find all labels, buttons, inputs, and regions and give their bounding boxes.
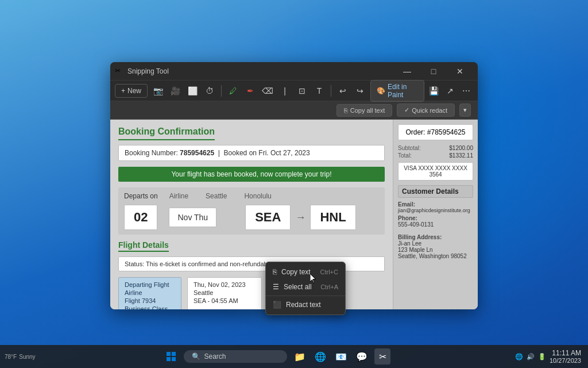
volume-icon: 🔊: [527, 353, 535, 361]
booking-title: Booking Confirmation: [118, 126, 215, 140]
timer-icon[interactable]: ⏱: [202, 83, 218, 99]
departing-city: Seattle: [194, 289, 256, 296]
more-icon[interactable]: ⋯: [459, 83, 473, 99]
save-icon[interactable]: 💾: [427, 83, 440, 99]
total-label: Total:: [398, 152, 412, 159]
context-redact-text[interactable]: ⬛ Redact text: [266, 297, 345, 312]
divider2: [331, 85, 331, 97]
phone-label: Phone:: [398, 215, 417, 221]
booking-number-label: Booking Number:: [125, 149, 178, 157]
highlighter-icon[interactable]: 🖊: [225, 83, 241, 99]
window-icon[interactable]: ⬜: [184, 83, 200, 99]
card-info: VISA XXXX XXXX XXXX 3564: [398, 162, 473, 181]
billing-label: Billing Address:: [398, 234, 473, 240]
taskbar-app-edge[interactable]: 🌐: [312, 348, 328, 365]
minimize-button[interactable]: —: [394, 62, 420, 80]
video-icon[interactable]: 🎥: [167, 83, 183, 99]
departs-header: Departs on Airline Seattle Honolulu: [124, 192, 379, 200]
window-title: Snipping Tool: [127, 67, 390, 75]
total-value: $1332.11: [449, 152, 473, 159]
redact-text-label: Redact text: [286, 301, 321, 309]
network-icon: 🌐: [515, 353, 523, 361]
start-button[interactable]: [163, 348, 179, 365]
taskbar-right: 🌐 🔊 🔋 11:11 AM 10/27/2023: [508, 349, 588, 364]
customer-details-label: Customer Details: [398, 185, 473, 198]
check-icon: ✓: [404, 106, 409, 114]
line-icon[interactable]: |: [277, 83, 293, 99]
maximize-button[interactable]: □: [420, 62, 447, 80]
flight-number: Flight 7934: [125, 297, 175, 304]
billing-street: 123 Maple Ln: [398, 247, 473, 253]
weather-label: Sunny: [19, 354, 35, 360]
route-box: SEA → HNL: [245, 205, 355, 230]
email-label: Email:: [398, 201, 415, 208]
toolbar-right: 🎨 Edit in Paint 💾 ↗ ⋯: [370, 80, 473, 102]
billing-address-row: Billing Address: Ji-an Lee 123 Maple Ln …: [398, 234, 473, 259]
main-content: Booking Confirmation Booking Number: 785…: [110, 120, 393, 309]
customer-email-row: Email: jian@graphicdesigninstitute.org: [398, 201, 473, 213]
close-button[interactable]: ✕: [447, 62, 473, 80]
taskbar-app-mail[interactable]: 📧: [333, 348, 349, 365]
taskbar-left: 78°F Sunny: [0, 354, 46, 360]
customer-phone-row: Phone: 555-409-0131: [398, 215, 473, 228]
order-box: Order: #785954625: [398, 124, 473, 140]
context-select-all[interactable]: ☰ Select all Ctrl+A: [266, 279, 345, 294]
undo-icon[interactable]: ↩: [335, 83, 351, 99]
window-controls: — □ ✕: [394, 62, 473, 80]
share-icon[interactable]: ↗: [443, 83, 457, 99]
divider: [221, 85, 222, 97]
departing-date: Thu, Nov 02, 2023: [194, 281, 256, 288]
edit-paint-button[interactable]: 🎨 Edit in Paint: [370, 80, 424, 102]
context-copy-text[interactable]: ⎘ Copy text Ctrl+C: [266, 264, 345, 279]
flight-info-col: Departing Flight Airline Flight 7934 Bus…: [118, 277, 181, 309]
svg-rect-0: [167, 352, 171, 356]
taskbar-clock: 11:11 AM 10/27/2023: [550, 349, 581, 364]
title-bar: ✂ Snipping Tool — □ ✕: [110, 62, 478, 80]
photo-icon[interactable]: 📷: [150, 83, 166, 99]
copy-icon: ⎘: [344, 107, 348, 114]
copy-all-text-button[interactable]: ⎘ Copy all text: [336, 104, 393, 117]
booking-number-value: 785954625: [180, 149, 214, 157]
quick-redact-button[interactable]: ✓ Quick redact: [397, 103, 455, 117]
subtotal-label: Subtotal:: [398, 145, 420, 151]
departs-cities: Airline Seattle Honolulu: [169, 192, 272, 200]
taskbar-app-explorer[interactable]: 📁: [292, 348, 308, 365]
copy-all-label: Copy all text: [350, 107, 385, 114]
copy-text-icon: ⎘: [273, 268, 277, 276]
billing-city: Seattle, Washington 98052: [398, 253, 473, 259]
action-bar: ⎘ Copy all text ✓ Quick redact ▾: [110, 101, 478, 120]
taskbar-search[interactable]: 🔍 Search: [184, 350, 287, 363]
eraser-icon[interactable]: ⌫: [260, 83, 276, 99]
seattle-header: Seattle: [206, 192, 227, 200]
billing-name: Ji-an Lee: [398, 240, 473, 247]
order-number: #785954625: [427, 128, 466, 136]
redact-dropdown-button[interactable]: ▾: [459, 103, 471, 117]
pen-icon[interactable]: ✒: [242, 83, 258, 99]
context-separator: [266, 296, 345, 296]
new-capture-button[interactable]: + New: [115, 84, 148, 98]
toolbar-icons: 📷 🎥 ⬜ ⏱ 🖊 ✒ ⌫ | ⊡ T ↩ ↪: [150, 83, 368, 99]
crop-icon[interactable]: ⊡: [294, 83, 310, 99]
weather-temp: 78°F: [5, 354, 17, 360]
redo-icon[interactable]: ↪: [352, 83, 368, 99]
departing-route: SEA - 04:55 AM: [194, 297, 256, 304]
booking-number-bar: Booking Number: 785954625 | Booked on Fr…: [118, 145, 385, 161]
date-month-box: Nov Thu: [169, 208, 216, 227]
battery-icon: 🔋: [538, 353, 546, 361]
email-value: jian@graphicdesigninstitute.org: [398, 208, 473, 213]
departing-flight-label: Departing Flight: [125, 281, 175, 288]
copy-text-shortcut: Ctrl+C: [320, 269, 338, 275]
app-icon: ✂: [115, 67, 124, 76]
svg-rect-3: [172, 357, 176, 361]
total-row: Total: $1332.11: [398, 152, 473, 159]
select-all-label: Select all: [284, 283, 312, 291]
success-banner: Your flight has been booked, now complet…: [118, 167, 385, 182]
subtotal-value: $1200.00: [449, 145, 473, 151]
taskbar-app-teams[interactable]: 💬: [354, 348, 370, 365]
text-icon[interactable]: T: [311, 83, 327, 99]
departs-section: Departs on Airline Seattle Honolulu 02 N…: [118, 187, 385, 235]
flight-details-title: Flight Details: [118, 240, 169, 252]
flight-airline: Airline: [125, 289, 175, 296]
taskbar-app-snipping[interactable]: ✂: [374, 348, 390, 365]
copy-text-label: Copy text: [281, 268, 311, 276]
